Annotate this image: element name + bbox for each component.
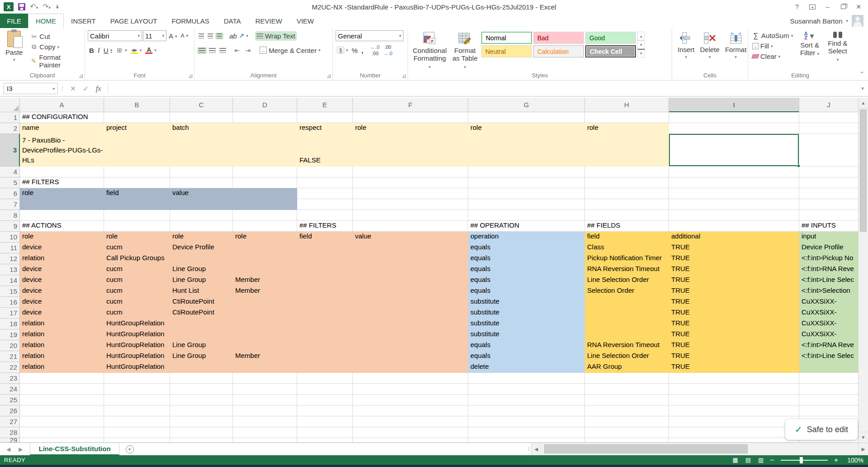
cell-F27[interactable] — [353, 416, 468, 427]
grow-font-button[interactable]: A▴ — [167, 31, 179, 41]
row-header-19[interactable]: 19 — [0, 329, 20, 340]
cell-G26[interactable] — [468, 405, 585, 416]
orientation-button[interactable]: ab↗▾ — [228, 31, 250, 41]
cell-B15[interactable]: cucm — [104, 286, 170, 297]
cell-D2[interactable] — [233, 123, 297, 134]
cell-C15[interactable]: Hunt List — [170, 286, 233, 297]
cell-C13[interactable]: Line Group — [170, 264, 233, 275]
increase-indent-button[interactable]: ⇥ — [243, 46, 253, 55]
zoom-slider-thumb[interactable] — [800, 457, 803, 463]
cell-H3[interactable] — [585, 134, 669, 167]
row-header-10[interactable]: 10 — [0, 232, 20, 243]
cell-G15[interactable]: equals — [468, 286, 585, 297]
autosum-button[interactable]: ∑AutoSum▾ — [751, 31, 794, 40]
cell-F18[interactable] — [353, 319, 468, 329]
cell-F17[interactable] — [353, 308, 468, 319]
help-icon[interactable]: ? — [790, 1, 804, 12]
cell-E26[interactable] — [297, 405, 353, 416]
cell-F2[interactable]: role — [353, 123, 468, 134]
cell-C2[interactable]: batch — [170, 123, 233, 134]
align-top-button[interactable] — [197, 33, 205, 39]
horizontal-scrollbar[interactable]: ◀ ▶ — [531, 443, 868, 455]
undo-icon[interactable]: ↶▾ — [30, 3, 38, 10]
expand-formula-bar-icon[interactable]: ▾ — [857, 86, 868, 91]
cell-H5[interactable] — [585, 177, 669, 188]
fill-handle[interactable] — [797, 164, 800, 167]
cell-G27[interactable] — [468, 416, 585, 427]
cell-D14[interactable]: Member — [233, 275, 297, 286]
cell-G22[interactable]: delete — [468, 362, 585, 373]
cell-I1[interactable] — [669, 112, 799, 123]
row-header-20[interactable]: 20 — [0, 340, 20, 351]
zoom-slider[interactable] — [781, 460, 828, 461]
cell-E27[interactable] — [297, 416, 353, 427]
col-header-J[interactable]: J — [799, 98, 858, 112]
cell-H9[interactable]: ## FIELDS — [585, 221, 669, 232]
clear-button[interactable]: Clear▾ — [751, 52, 794, 61]
cell-E2[interactable]: respect — [297, 123, 353, 134]
cell-C26[interactable] — [170, 405, 233, 416]
tab-review[interactable]: REVIEW — [248, 14, 289, 28]
cell-B23[interactable] — [104, 373, 170, 384]
row-header-29[interactable]: 29 — [0, 438, 20, 443]
cell-C4[interactable] — [170, 167, 233, 177]
cell-B25[interactable] — [104, 395, 170, 405]
cell-A13[interactable]: device — [20, 264, 104, 275]
align-center-button[interactable] — [208, 47, 217, 54]
col-header-G[interactable]: G — [468, 98, 585, 112]
col-header-E[interactable]: E — [297, 98, 353, 112]
cell-A19[interactable]: relation — [20, 329, 104, 340]
cell-H4[interactable] — [585, 167, 669, 177]
cell-E7[interactable] — [297, 199, 353, 210]
cell-H10[interactable]: field — [585, 232, 669, 243]
cell-J15[interactable]: <:f:int>Selection — [799, 286, 858, 297]
row-header-27[interactable]: 27 — [0, 416, 20, 427]
cell-D25[interactable] — [233, 395, 297, 405]
cell-J12[interactable]: <:f:int>Pickup No — [799, 253, 858, 264]
col-header-I[interactable]: I — [669, 98, 799, 112]
cell-E22[interactable] — [297, 362, 353, 373]
cell-I29[interactable] — [669, 438, 799, 443]
cell-E18[interactable] — [297, 319, 353, 329]
cell-F20[interactable] — [353, 340, 468, 351]
row-header-4[interactable]: 4 — [0, 167, 20, 177]
cell-D18[interactable] — [233, 319, 297, 329]
cell-H17[interactable] — [585, 308, 669, 319]
cell-B19[interactable]: HuntGroupRelation — [104, 329, 170, 340]
delete-button[interactable]: Delete▾ — [697, 30, 722, 61]
cell-E6[interactable] — [297, 188, 353, 199]
cell-E9[interactable]: ## FILTERS — [297, 221, 353, 232]
cell-C11[interactable]: Device Profile — [170, 243, 233, 253]
cell-G29[interactable] — [468, 438, 585, 443]
cell-F7[interactable] — [353, 199, 468, 210]
cell-B9[interactable] — [104, 221, 170, 232]
cell-G17[interactable]: substitute — [468, 308, 585, 319]
fill-button[interactable]: ↓Fill▾ — [751, 41, 794, 51]
cell-H7[interactable] — [585, 199, 669, 210]
align-bottom-button[interactable] — [215, 33, 223, 39]
style-neutral[interactable]: Neutral — [481, 45, 532, 57]
cell-J24[interactable] — [799, 384, 858, 395]
insert-function-icon[interactable]: fx — [92, 85, 105, 93]
cell-H20[interactable]: RNA Reversion Timeout — [585, 340, 669, 351]
cell-H13[interactable]: RNA Reversion Timeout — [585, 264, 669, 275]
cell-B8[interactable] — [104, 210, 170, 221]
name-box[interactable]: I3▾ — [4, 83, 58, 94]
cell-B17[interactable]: cucm — [104, 308, 170, 319]
cell-H25[interactable] — [585, 395, 669, 405]
cell-I24[interactable] — [669, 384, 799, 395]
cell-H11[interactable]: Class — [585, 243, 669, 253]
cell-D24[interactable] — [233, 384, 297, 395]
user-dropdown-icon[interactable]: ▾ — [846, 19, 848, 23]
cell-H14[interactable]: Line Selection Order — [585, 275, 669, 286]
row-header-2[interactable]: 2 — [0, 123, 20, 134]
cell-G2[interactable]: role — [468, 123, 585, 134]
cell-E16[interactable] — [297, 297, 353, 308]
percent-style-button[interactable]: % — [351, 46, 359, 55]
cell-H2[interactable]: role — [585, 123, 669, 134]
clipboard-dialog-launcher-icon[interactable] — [79, 74, 83, 78]
cell-G21[interactable]: equals — [468, 351, 585, 362]
cell-B12[interactable]: Call Pickup Groups — [104, 253, 170, 264]
cell-I25[interactable] — [669, 395, 799, 405]
cell-F5[interactable] — [353, 177, 468, 188]
